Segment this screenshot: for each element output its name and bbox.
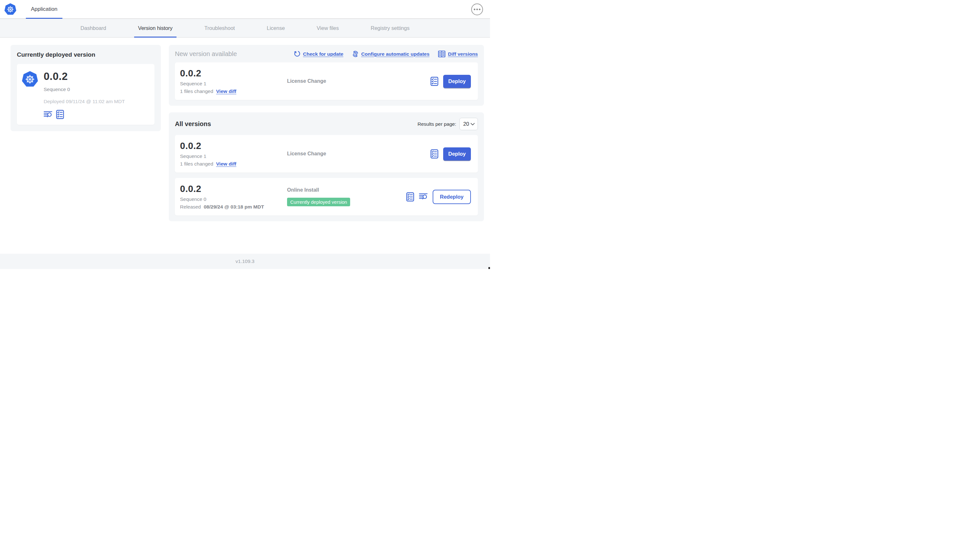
preflight-checks-button[interactable] <box>430 149 438 159</box>
app-tab[interactable]: Application <box>26 0 62 19</box>
main-content: Currently deployed version 0.0.2 <box>0 38 490 254</box>
version-row: 0.0.2 Sequence 1 1 files changed View di… <box>175 135 478 173</box>
deploy-button[interactable]: Deploy <box>443 75 471 88</box>
clock-refresh-icon <box>352 51 359 57</box>
kubernetes-logo-icon <box>5 3 16 16</box>
tab-license[interactable]: License <box>263 19 289 37</box>
version-sequence: Sequence 0 <box>180 197 287 202</box>
app-kubernetes-icon <box>22 71 38 87</box>
top-bar: Application <box>0 0 490 19</box>
version-row: 0.0.2 Sequence 0 Released 08/29/24 @ 03:… <box>175 178 478 216</box>
configure-automatic-updates-link[interactable]: Configure automatic updates <box>352 51 430 57</box>
active-app-tab-underline <box>26 18 62 19</box>
current-version-deployed-date: Deployed 09/11/24 @ 11:02 am MDT <box>44 99 125 105</box>
checklist-icon <box>430 149 438 159</box>
released-label: Released <box>180 204 201 210</box>
overflow-menu-button[interactable] <box>471 3 483 15</box>
version-sequence: Sequence 1 <box>180 154 287 159</box>
tab-view-files[interactable]: View files <box>313 19 342 37</box>
deploy-button[interactable]: Deploy <box>443 148 471 160</box>
currently-deployed-title: Currently deployed version <box>17 51 154 58</box>
redeploy-button[interactable]: Redeploy <box>433 190 471 204</box>
files-changed-label: 1 files changed <box>180 161 213 167</box>
preflight-checks-button[interactable] <box>56 110 64 119</box>
all-versions-title: All versions <box>175 120 211 128</box>
tab-dashboard[interactable]: Dashboard <box>77 19 110 37</box>
view-logs-button[interactable] <box>44 111 52 118</box>
current-version-sequence: Sequence 0 <box>44 87 125 92</box>
logs-icon <box>44 111 52 118</box>
version-source-label: Online Install <box>287 187 319 193</box>
tab-registry-settings[interactable]: Registry settings <box>367 19 413 37</box>
secondary-nav: Dashboard Version history Troubleshoot L… <box>0 19 490 38</box>
right-column: New version available Check for update <box>169 45 484 221</box>
diff-versions-link[interactable]: Diff versions <box>438 51 478 57</box>
console-version: v1.109.3 <box>235 259 254 264</box>
tab-version-history[interactable]: Version history <box>134 19 176 37</box>
version-number: 0.0.2 <box>180 68 287 79</box>
files-changed-label: 1 files changed <box>180 89 213 94</box>
active-tab-underline <box>134 37 176 38</box>
diff-icon <box>438 51 445 57</box>
current-version-number: 0.0.2 <box>44 70 125 83</box>
current-version-card: 0.0.2 Sequence 0 Deployed 09/11/24 @ 11:… <box>17 64 154 125</box>
refresh-icon <box>294 51 301 57</box>
ellipsis-menu-icon <box>474 9 475 10</box>
chevron-down-icon <box>471 123 475 125</box>
checklist-icon <box>56 110 64 119</box>
version-number: 0.0.2 <box>180 141 287 151</box>
app-tab-label: Application <box>31 6 57 13</box>
checklist-icon <box>430 77 438 86</box>
new-version-section: New version available Check for update <box>169 45 484 106</box>
view-diff-link[interactable]: View diff <box>216 161 236 167</box>
version-source-label: License Change <box>287 151 326 156</box>
released-date: 08/29/24 @ 03:18 pm MDT <box>204 204 264 210</box>
currently-deployed-badge: Currently deployed version <box>287 198 350 206</box>
new-version-title: New version available <box>175 50 237 58</box>
view-logs-button[interactable] <box>419 193 428 200</box>
footer: v1.109.3 <box>0 254 490 269</box>
tab-troubleshoot[interactable]: Troubleshoot <box>201 19 239 37</box>
view-diff-link[interactable]: View diff <box>216 89 236 94</box>
version-source-label: License Change <box>287 78 326 84</box>
results-per-page-label: Results per page: <box>418 121 457 127</box>
version-number: 0.0.2 <box>180 184 287 194</box>
results-per-page-select[interactable]: 20 <box>460 118 478 130</box>
checklist-icon <box>406 192 414 202</box>
all-versions-section: All versions Results per page: 20 <box>169 113 484 221</box>
scrollbar-corner <box>488 267 490 269</box>
preflight-checks-button[interactable] <box>406 192 414 202</box>
new-version-card: 0.0.2 Sequence 1 1 files changed View di… <box>175 62 478 100</box>
check-for-update-link[interactable]: Check for update <box>294 51 344 57</box>
version-sequence: Sequence 1 <box>180 81 287 87</box>
currently-deployed-panel: Currently deployed version 0.0.2 <box>11 45 161 131</box>
preflight-checks-button[interactable] <box>430 77 438 86</box>
logs-icon <box>419 193 428 200</box>
results-per-page-value: 20 <box>463 121 469 127</box>
